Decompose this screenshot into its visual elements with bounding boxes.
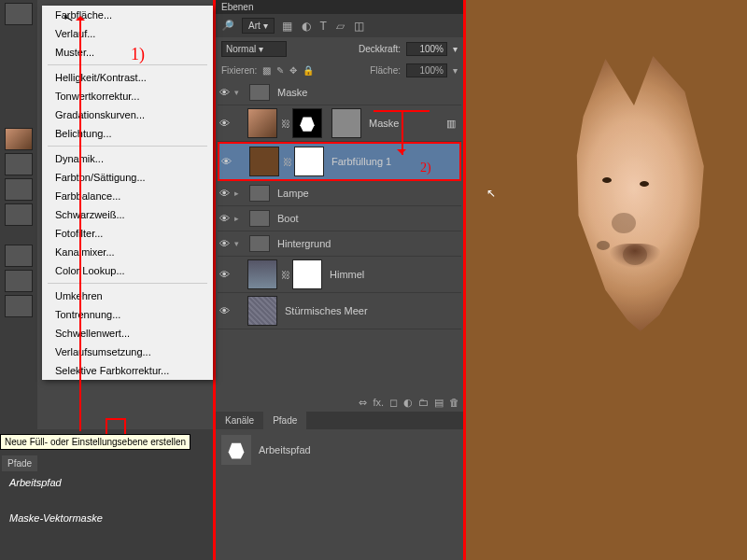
- thumbnail[interactable]: [5, 153, 33, 175]
- menu-item-color-lookup[interactable]: Color Lookup...: [42, 261, 213, 280]
- layer-group-maske[interactable]: 👁▾ Maske: [218, 80, 461, 105]
- menu-item-posterize[interactable]: Tontrennung...: [42, 305, 213, 324]
- filter-shape-icon[interactable]: ▱: [336, 20, 345, 33]
- layer-thumb[interactable]: [247, 259, 277, 289]
- visibility-icon[interactable]: 👁: [218, 188, 231, 199]
- visibility-icon[interactable]: 👁: [218, 305, 231, 316]
- lock-label: Fixieren:: [221, 65, 257, 76]
- paths-panel: Arbeitspfad: [216, 429, 463, 560]
- layer-himmel[interactable]: 👁 ⛓ Himmel: [218, 257, 461, 293]
- path-thumb[interactable]: [221, 435, 251, 465]
- thumbnail[interactable]: [5, 270, 33, 292]
- menu-item-gradient-map[interactable]: Verlaufsumsetzung...: [42, 343, 213, 361]
- menu-item-pattern[interactable]: Muster...: [42, 43, 213, 62]
- filter-smart-icon[interactable]: ◫: [354, 20, 364, 33]
- layers-list: 👁▾ Maske 👁 ⛓ Maske ▥ 👁 ⛓ Farbfüllung 1 👁…: [216, 80, 463, 329]
- face-render: [555, 56, 713, 331]
- folder-icon: [249, 235, 270, 252]
- layer-group-hintergrund[interactable]: 👁▾ Hintergrund: [218, 231, 461, 257]
- path-row[interactable]: Arbeitspfad: [216, 429, 463, 470]
- filter-kind-select[interactable]: Art ▾: [242, 18, 275, 34]
- menu-item-levels[interactable]: Tonwertkorrektur...: [42, 87, 213, 105]
- thumbnail[interactable]: [5, 203, 33, 226]
- search-icon[interactable]: 🔎: [221, 20, 234, 32]
- thumbnail[interactable]: [5, 178, 33, 201]
- menu-item-photo-filter[interactable]: Fotofilter...: [42, 224, 213, 243]
- menu-item-vibrance[interactable]: Dynamik...: [42, 149, 213, 168]
- mask-icon[interactable]: ◻: [389, 397, 398, 409]
- opacity-value[interactable]: 100%: [406, 42, 447, 56]
- filter-adjust-icon[interactable]: ◐: [302, 20, 311, 33]
- annotation-1: 1): [131, 45, 145, 64]
- tab-paths[interactable]: Pfade: [2, 455, 37, 471]
- menu-item-curves[interactable]: Gradationskurven...: [42, 105, 213, 124]
- filter-type-icon[interactable]: T: [320, 20, 327, 33]
- menu-item-threshold[interactable]: Schwellenwert...: [42, 324, 213, 343]
- adjustment-icon[interactable]: ◐: [403, 397, 413, 409]
- fill-label: Fläche:: [370, 65, 401, 76]
- arrow-head-icon: [76, 11, 85, 21]
- mask-name[interactable]: Maske-Vektormaske: [0, 507, 213, 529]
- menu-item-selective-color[interactable]: Selektive Farbkorrektur...: [42, 361, 213, 380]
- adjustment-layer-menu: Farbfläche... Verlauf... Muster... Helli…: [42, 6, 213, 380]
- tooltip: Neue Füll- oder Einstellungsebene erstel…: [0, 434, 190, 450]
- annotation-arrow: [79, 17, 81, 431]
- thumbnail[interactable]: [5, 295, 33, 317]
- layer-mask-thumb[interactable]: [292, 259, 322, 289]
- folder-icon: [249, 84, 270, 101]
- tab-paths[interactable]: Pfade: [263, 412, 306, 429]
- lock-all-icon[interactable]: 🔒: [303, 65, 314, 76]
- panel-title-layers: Ebenen: [216, 0, 463, 14]
- visibility-icon[interactable]: 👁: [218, 269, 231, 280]
- lock-position-icon[interactable]: ✥: [289, 65, 297, 76]
- menu-item-channel-mixer[interactable]: Kanalmixer...: [42, 243, 213, 261]
- layer-thumb[interactable]: [247, 296, 277, 326]
- filter-pixel-icon[interactable]: ▦: [282, 20, 292, 33]
- cursor-icon: ↖: [486, 187, 496, 200]
- menu-item-hue-sat[interactable]: Farbton/Sättigung...: [42, 168, 213, 187]
- menu-item-exposure[interactable]: Belichtung...: [42, 124, 213, 143]
- path-name[interactable]: Arbeitspfad: [0, 471, 213, 494]
- new-icon[interactable]: ▤: [434, 397, 444, 409]
- tool-slot[interactable]: [5, 3, 33, 25]
- visibility-icon[interactable]: 👁: [218, 213, 231, 224]
- arrow-head-icon: [397, 149, 406, 159]
- folder-icon: [249, 185, 270, 202]
- folder-icon: [249, 210, 270, 227]
- folder-icon[interactable]: 🗀: [418, 397, 429, 409]
- layer-group-boot[interactable]: 👁▸ Boot: [218, 206, 461, 231]
- visibility-icon[interactable]: 👁: [218, 118, 231, 129]
- blend-mode-select[interactable]: Normal ▾: [221, 41, 287, 57]
- layer-mask-thumb[interactable]: [294, 147, 324, 176]
- layer-thumb[interactable]: [249, 147, 279, 176]
- filter-icon[interactable]: ▥: [446, 118, 461, 130]
- visibility-icon[interactable]: 👁: [219, 156, 233, 167]
- visibility-icon[interactable]: 👁: [218, 238, 231, 249]
- layer-mask-thumb[interactable]: [292, 108, 322, 138]
- menu-item-bw[interactable]: Schwarzweiß...: [42, 205, 213, 224]
- layer-thumb[interactable]: [247, 108, 277, 138]
- thumbnail[interactable]: [5, 128, 33, 150]
- link-icon[interactable]: ⇔: [359, 397, 367, 409]
- visibility-icon[interactable]: 👁: [218, 87, 231, 98]
- layer-group-lampe[interactable]: 👁▸ Lampe: [218, 181, 461, 206]
- lock-transparency-icon[interactable]: ▩: [262, 65, 271, 76]
- menu-item-color-balance[interactable]: Farbbalance...: [42, 187, 213, 205]
- menu-item-invert[interactable]: Umkehren: [42, 287, 213, 305]
- layer-meer[interactable]: 👁 Stürmisches Meer: [218, 293, 461, 329]
- fill-value[interactable]: 100%: [406, 63, 447, 77]
- fx-icon[interactable]: fx.: [373, 397, 384, 409]
- opacity-label: Deckkraft:: [359, 44, 401, 54]
- lock-pixels-icon[interactable]: ✎: [276, 65, 284, 76]
- trash-icon[interactable]: 🗑: [449, 397, 459, 409]
- canvas[interactable]: [466, 0, 747, 560]
- menu-item-brightness[interactable]: Helligkeit/Kontrast...: [42, 68, 213, 87]
- annotation-2: 2): [420, 161, 431, 175]
- layer-mask-thumb[interactable]: [331, 108, 361, 138]
- menu-item-gradient[interactable]: Verlauf...: [42, 24, 213, 43]
- tab-channels[interactable]: Kanäle: [216, 412, 263, 429]
- path-name[interactable]: Arbeitspfad: [259, 444, 311, 455]
- thumbnail[interactable]: [5, 245, 33, 267]
- annotation-arrow: [374, 110, 430, 112]
